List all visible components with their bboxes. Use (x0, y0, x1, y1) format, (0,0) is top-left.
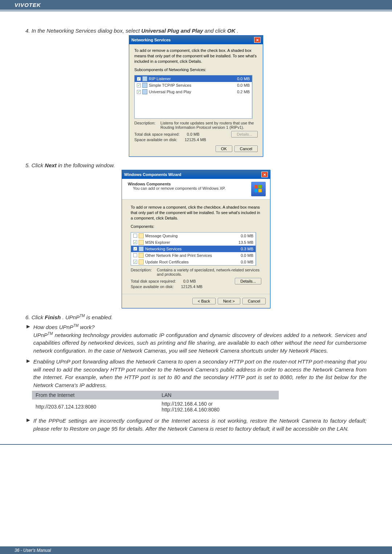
scrollbar[interactable] (252, 75, 258, 119)
list-item-upnp[interactable]: Universal Plug and Play 0.2 MB (135, 89, 252, 95)
howto-question-text: How does UPnPTM work? UPnPTM networking … (33, 323, 367, 355)
svg-rect-2 (254, 189, 258, 192)
checkbox-icon[interactable] (137, 90, 141, 94)
q1-post: work? (78, 324, 94, 330)
wizard-title: Windows Components Wizard (124, 172, 181, 177)
component-icon (139, 240, 144, 245)
wiz-avail-label: Space available on disk: (131, 284, 174, 289)
list-item-other-net[interactable]: Other Network File and Print Services 0.… (131, 252, 256, 259)
item-size: 0.0 MB (241, 253, 253, 258)
arrow-icon: ► (25, 323, 31, 355)
next-button[interactable]: Next > (218, 298, 240, 304)
page-content: 4. In the Networking Services dialog box… (0, 11, 392, 443)
component-icon (139, 246, 144, 251)
component-icon (139, 253, 144, 258)
item-size: 0.0 MB (241, 260, 253, 264)
howto-question: ► How does UPnPTM work? UPnPTM networkin… (25, 323, 367, 355)
details-button[interactable]: Details... (235, 278, 261, 284)
components-label: Components: (131, 224, 261, 229)
dialog-title: Networking Services (131, 38, 171, 42)
wiz-avail-row: Space available on disk: 12125.4 MB (131, 284, 261, 289)
td-internet: http://203.67.124.123:8080 (32, 399, 158, 414)
th-lan: LAN (158, 391, 279, 399)
item-label: MSN Explorer (145, 240, 170, 245)
step4-bold1: Universal Plug and Play (141, 28, 203, 34)
dialog-button-row: OK Cancel (134, 145, 258, 152)
close-icon[interactable]: ✕ (261, 172, 268, 177)
checkbox-icon[interactable] (133, 234, 137, 238)
avail-space-row: Space available on disk: 12125.4 MB (134, 138, 258, 142)
lan-url-2: http://192.168.4.160:8080 (162, 407, 220, 413)
list-item-rootcerts[interactable]: Update Root Certificates 0.0 MB (131, 259, 256, 265)
list-item-msn[interactable]: MSN Explorer 13.5 MB (131, 239, 256, 246)
checkbox-icon[interactable] (133, 247, 137, 251)
step4-mid: and click (205, 28, 228, 34)
component-icon (139, 233, 144, 238)
pppoe-text: If the PPPoE settings are incorrectly co… (33, 417, 367, 433)
svg-rect-0 (254, 185, 258, 188)
table-row: http://203.67.124.123:8080 http://192.16… (32, 399, 279, 414)
service-icon (142, 83, 147, 88)
wizard-sub: You can add or remove components of Wind… (133, 186, 226, 190)
checkbox-icon[interactable] (133, 260, 137, 264)
checkbox-icon[interactable] (133, 253, 137, 257)
service-icon (142, 89, 147, 94)
svg-rect-3 (258, 189, 262, 192)
step5-end: in the following window. (58, 162, 115, 168)
item-label: Universal Plug and Play (149, 90, 191, 94)
list-item-networking-services[interactable]: Networking Services 0.3 MB (131, 246, 256, 252)
step4-bold2: OK (227, 28, 236, 34)
port-forward-text: Enabling UPnP port forwarding allows the… (33, 358, 367, 389)
step4-text: 4. In the Networking Services dialog box… (25, 28, 141, 34)
cancel-button[interactable]: Cancel (242, 298, 266, 304)
step6-bold: Finish (45, 314, 61, 320)
wiz-total-row: Total disk space required: 0.0 MB Detail… (131, 278, 261, 284)
windows-components-wizard: Windows Components Wizard ✕ Windows Comp… (122, 170, 270, 308)
back-button[interactable]: < Back (192, 298, 216, 304)
td-lan: http://192.168.4.160 or http://192.168.4… (158, 399, 279, 414)
list-item-tcpip[interactable]: Simple TCP/IP Services 0.0 MB (135, 82, 252, 89)
description-text: Listens for route updates sent by router… (160, 121, 258, 130)
wizard-body: To add or remove a component, click the … (122, 200, 270, 294)
list-item-rip[interactable]: RIP Listener 0.0 MB (135, 75, 252, 82)
step6-end: is enabled. (86, 314, 113, 320)
subcomponents-label: Subcomponents of Networking Services: (134, 67, 258, 73)
scrollbar[interactable] (256, 232, 261, 266)
wizard-header-text: Windows Components You can add or remove… (128, 182, 226, 190)
wiz-total-label: Total disk space required: (131, 279, 176, 283)
avail-space-label: Space available on disk: (134, 138, 177, 142)
th-internet: From the Internet (32, 391, 158, 399)
item-label: RIP Listener (149, 77, 171, 81)
step-4: 4. In the Networking Services dialog box… (25, 28, 367, 34)
checkbox-icon[interactable] (137, 83, 141, 87)
wizard-heading: Windows Components (128, 182, 226, 186)
wizard-intro: To add or remove a component, click the … (131, 205, 261, 221)
svg-rect-1 (258, 185, 262, 188)
checkbox-icon[interactable] (133, 240, 137, 244)
dialog-body: To add or remove a component, click the … (129, 44, 263, 156)
item-size: 0.2 MB (237, 90, 250, 94)
cancel-button[interactable]: Cancel (234, 145, 258, 152)
item-size: 0.0 MB (241, 234, 253, 238)
wiz-description-row: Description: Contains a variety of speci… (131, 268, 261, 276)
a1-pre: UPnP (33, 332, 48, 338)
description-row: Description: Listens for route updates s… (134, 121, 258, 130)
footer-text: 36 - User's Manual (15, 548, 51, 553)
total-space-label: Total disk space required: (134, 132, 180, 136)
port-forward-paragraph: ► Enabling UPnP port forwarding allows t… (25, 358, 367, 389)
step-5: 5. Click Next in the following window. (25, 162, 367, 168)
arrow-icon: ► (25, 417, 31, 433)
tm-sup: TM (79, 314, 85, 318)
footer-underline (0, 444, 392, 445)
item-size: 13.5 MB (238, 240, 253, 245)
dialog-intro: To add or remove a component, click the … (134, 48, 258, 64)
tm-sup: TM (48, 332, 53, 336)
step-6: 6. Click Finish . UPnPTM is enabled. (25, 314, 367, 320)
close-icon[interactable]: ✕ (254, 37, 261, 43)
ok-button[interactable]: OK (216, 145, 232, 152)
checkbox-icon[interactable] (137, 77, 141, 81)
item-size: 0.3 MB (241, 247, 253, 251)
details-button: Details... (231, 131, 258, 138)
list-item-msgqueue[interactable]: Message Queuing 0.0 MB (131, 233, 256, 239)
tm-sup: TM (73, 324, 78, 328)
